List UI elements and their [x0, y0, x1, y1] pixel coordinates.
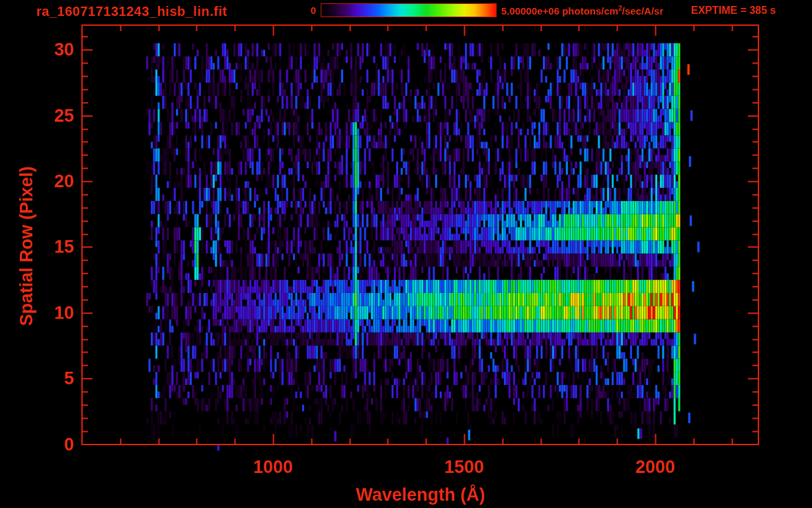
spectral-image-canvas — [0, 0, 812, 508]
exptime-label: EXPTIME = 385 s — [691, 5, 776, 17]
colorbar — [321, 3, 497, 17]
plot-title: ra_160717131243_hisb_lin.fit — [36, 4, 227, 19]
x-tick-label: 1000 — [227, 458, 319, 476]
y-tick-label: 10 — [28, 304, 74, 322]
colorbar-gradient — [321, 4, 496, 17]
y-tick-label: 20 — [28, 172, 74, 190]
colorbar-min-label: 0 — [299, 5, 316, 16]
colorbar-units-suffix: /sec/A/sr — [622, 5, 664, 17]
colorbar-units-prefix: photons/cm — [559, 5, 618, 17]
y-tick-label: 15 — [28, 237, 74, 256]
colorbar-max-value: 5.00000e+06 — [501, 5, 559, 17]
x-tick-label: 2000 — [609, 458, 702, 476]
y-tick-label: 5 — [28, 369, 74, 388]
y-tick-label: 30 — [28, 40, 74, 59]
x-tick-label: 1500 — [418, 458, 510, 476]
colorbar-max-label: 5.00000e+06 photons/cm2/sec/A/sr — [501, 5, 663, 17]
y-tick-label: 0 — [28, 435, 74, 454]
idl-plot-window: ra_160717131243_hisb_lin.fit 0 5.00000e+… — [0, 0, 812, 508]
x-axis-title: Wavelength (Å) — [321, 485, 520, 505]
y-tick-label: 25 — [28, 106, 74, 125]
